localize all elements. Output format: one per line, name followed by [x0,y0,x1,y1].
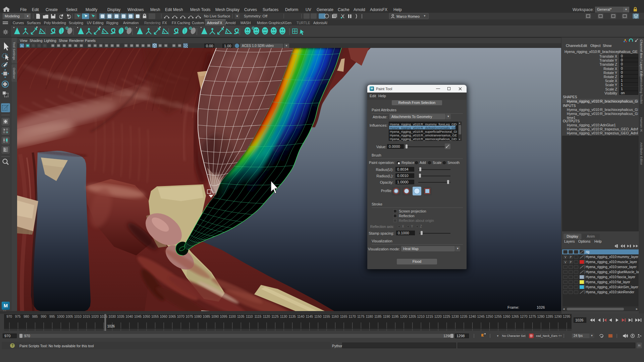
svg-text:1026: 1026 [107,324,115,328]
svg-text:1160: 1160 [331,315,339,318]
svg-text:975: 975 [15,315,21,318]
svg-text:1180: 1180 [366,315,373,318]
svg-text:980: 980 [23,315,29,318]
svg-text:1000: 1000 [57,315,65,318]
svg-text:970: 970 [6,315,12,318]
svg-text:1200: 1200 [400,315,408,318]
svg-text:1040: 1040 [125,315,133,318]
svg-text:1050: 1050 [143,315,150,318]
svg-text:990: 990 [41,315,46,318]
svg-text:1185: 1185 [374,315,382,318]
svg-text:1125: 1125 [271,315,279,318]
svg-text:1285: 1285 [546,315,553,318]
svg-text:1295: 1295 [563,315,571,318]
svg-text:985: 985 [32,315,38,318]
svg-text:1165: 1165 [340,315,347,318]
svg-text:1035: 1035 [117,315,125,318]
svg-text:1290: 1290 [554,315,562,318]
svg-text:1065: 1065 [168,315,176,318]
svg-text:1090: 1090 [211,315,219,318]
svg-text:1005: 1005 [65,315,73,318]
svg-text:Frame:: Frame: [507,305,519,309]
svg-text:1025: 1025 [100,315,108,318]
svg-text:1210: 1210 [417,315,425,318]
svg-text:1145: 1145 [306,315,313,318]
svg-text:1255: 1255 [494,315,502,318]
svg-text:1265: 1265 [512,315,519,318]
svg-text:1245: 1245 [477,315,485,318]
svg-text:1026: 1026 [537,305,545,309]
svg-text:1015: 1015 [83,315,90,318]
svg-text:1175: 1175 [357,315,365,318]
svg-text:1100: 1100 [228,315,236,318]
svg-text:1135: 1135 [288,315,296,318]
svg-text:1060: 1060 [160,315,168,318]
svg-text:1070: 1070 [177,315,185,318]
svg-text:1120: 1120 [263,315,270,318]
svg-text:1220: 1220 [434,315,442,318]
svg-text:1055: 1055 [151,315,159,318]
svg-text:1250: 1250 [486,315,493,318]
svg-text:1190: 1190 [383,315,390,318]
svg-text:1080: 1080 [194,315,202,318]
svg-text:1195: 1195 [391,315,399,318]
svg-text:1140: 1140 [297,315,305,318]
svg-text:1270: 1270 [520,315,528,318]
svg-text:1230: 1230 [451,315,459,318]
svg-text:995: 995 [49,315,55,318]
svg-text:1010: 1010 [74,315,82,318]
svg-text:1170: 1170 [348,315,356,318]
svg-text:1275: 1275 [529,315,536,318]
svg-text:1280: 1280 [537,315,545,318]
svg-text:1240: 1240 [469,315,476,318]
svg-text:1105: 1105 [237,315,245,318]
svg-text:1260: 1260 [503,315,511,318]
svg-text:1020: 1020 [91,315,99,318]
svg-text:1085: 1085 [203,315,210,318]
svg-text:1225: 1225 [443,315,450,318]
svg-text:1155: 1155 [323,315,330,318]
svg-text:1095: 1095 [220,315,227,318]
svg-text:1030: 1030 [108,315,116,318]
svg-text:1110: 1110 [246,315,253,318]
svg-text:1205: 1205 [409,315,416,318]
svg-text:1115: 1115 [255,315,262,318]
svg-text:1075: 1075 [185,315,193,318]
svg-text:1235: 1235 [460,315,468,318]
svg-text:1215: 1215 [426,315,433,318]
svg-text:1130: 1130 [280,315,287,318]
svg-text:1150: 1150 [314,315,322,318]
svg-text:1045: 1045 [134,315,142,318]
svg-text:A: A [21,44,23,48]
